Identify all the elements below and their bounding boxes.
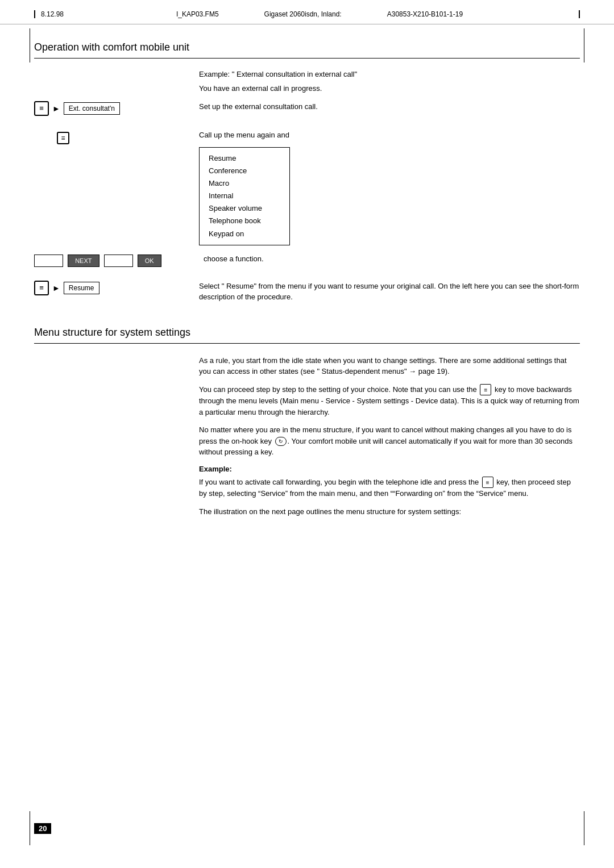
arrow-step1: ► [52,104,60,113]
next-button[interactable]: NEXT [68,254,99,267]
menu-item-internal: Internal [209,190,280,202]
header-pipe-right [579,10,580,18]
step2-desc: Call up the menu again and [199,130,580,141]
menu-item-conference: Conference [209,165,280,177]
menu-item-keypad-on: Keypad on [209,228,280,240]
step2-right: Call up the menu again and Resume Confer… [193,130,580,245]
menu-icon-step1 [34,101,49,116]
step3-right: Select " Resume" from the menu if you wa… [193,281,580,310]
step3-left: ► Resume [34,281,193,310]
button-row: NEXT OK [34,254,182,267]
step1-row: ► Ext. consultat'n Set up the external c… [34,101,580,124]
button-row-left: NEXT OK [34,254,193,272]
section1-title: Operation with comfort mobile unit [34,41,580,59]
menu-list-box: Resume Conference Macro Internal Speaker… [199,147,290,245]
header-date: 8.12.98 [41,10,64,18]
step1-left: ► Ext. consultat'n [34,101,193,124]
step1-menu-row: ► Ext. consultat'n [34,101,182,116]
section2-para5: The illustration on the next page outlin… [199,506,580,518]
header-center: I_KAP03.FM5 Gigaset 2060isdn, Inland: A3… [176,10,463,18]
header-left: 8.12.98 [34,10,64,18]
menu-icon-step2 [57,132,69,144]
ok-button[interactable]: OK [138,254,161,267]
menu-item-resume: Resume [209,152,280,165]
step1-label: Ext. consultat'n [64,102,120,115]
example-quote-area: Example: " External consultation in exte… [193,70,580,94]
header-right [575,10,580,18]
arrow-step3: ► [52,283,60,293]
main-content: Operation with comfort mobile unit Examp… [0,24,614,546]
step1-right: Set up the external consultation call. [193,101,580,124]
section2-example-label: Example: [199,465,580,473]
header-product: Gigaset 2060isdn, Inland: [264,10,342,18]
inline-hook-icon: ↻ [275,437,287,446]
side-line-left-top [30,28,30,62]
section1: Operation with comfort mobile unit Examp… [34,41,580,310]
button-row-right: choose a function. [193,254,580,272]
header-pipe-left [34,10,35,18]
spacer-box-mid [104,254,133,267]
section2-content: As a rule, you start from the idle state… [193,355,580,518]
section2-para2: You can proceed step by step to the sett… [199,384,580,418]
section2: Menu structure for system settings As a … [34,327,580,518]
step3-label: Resume [64,282,99,294]
side-line-left-bottom [30,811,30,845]
step1-desc: Set up the external consultation call. [199,101,580,112]
menu-item-macro: Macro [209,177,280,190]
header: 8.12.98 I_KAP03.FM5 Gigaset 2060isdn, In… [0,0,614,24]
choose-text: choose a function. [204,254,264,263]
step2-row: Call up the menu again and Resume Confer… [34,130,580,245]
page: 8.12.98 I_KAP03.FM5 Gigaset 2060isdn, In… [0,0,614,868]
inline-menu-icon-2: ≡ [482,477,493,488]
step3-row: ► Resume Select " Resume" from the menu … [34,281,580,310]
side-line-right-top [584,28,584,62]
section2-title: Menu structure for system settings [34,327,580,344]
page-number: 20 [34,823,51,834]
section2-para4: If you want to activate call forwarding,… [199,477,580,499]
step2-left [34,130,193,245]
example-quote-text: Example: " External consultation in exte… [199,70,580,78]
step3-desc: Select " Resume" from the menu if you wa… [199,281,580,303]
external-call-text: You have an external call in progress. [199,83,580,94]
spacer-box-left [34,254,63,267]
button-row-outer: NEXT OK choose a function. [34,254,580,272]
side-line-right-bottom [584,811,584,845]
section2-para1: As a rule, you start from the idle state… [199,355,580,377]
section2-para3: No matter where you are in the menu stru… [199,424,580,458]
inline-menu-icon-1: ≡ [480,384,491,395]
header-file: I_KAP03.FM5 [176,10,219,18]
menu-icon-step3 [34,281,49,295]
menu-item-speaker-volume: Speaker volume [209,202,280,215]
header-code: A30853-X210-B101-1-19 [387,10,463,18]
step3-menu-row: ► Resume [34,281,182,295]
menu-item-telephone-book: Telephone book [209,215,280,227]
